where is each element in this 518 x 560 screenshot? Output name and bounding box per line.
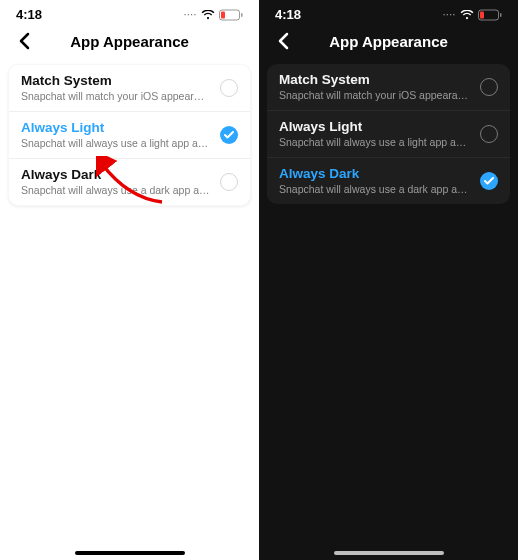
radio-checked-icon[interactable] — [480, 172, 498, 190]
option-title: Always Light — [279, 119, 470, 136]
radio-unchecked-icon[interactable] — [220, 79, 238, 97]
home-indicator[interactable] — [334, 551, 444, 555]
option-title: Match System — [21, 73, 210, 90]
option-match-system[interactable]: Match System Snapchat will match your iO… — [267, 64, 510, 110]
page-title: App Appearance — [0, 33, 259, 50]
appearance-option-group: Match System Snapchat will match your iO… — [267, 64, 510, 204]
status-right-group: ···· — [443, 9, 502, 21]
status-time: 4:18 — [275, 7, 301, 22]
option-always-dark[interactable]: Always Dark Snapchat will always use a d… — [267, 157, 510, 204]
option-title: Always Dark — [279, 166, 470, 183]
cellular-dots-icon: ···· — [184, 10, 197, 19]
nav-bar: App Appearance — [0, 26, 259, 64]
option-title: Always Dark — [21, 167, 210, 184]
chevron-left-icon — [18, 32, 30, 50]
cellular-dots-icon: ···· — [443, 10, 456, 19]
svg-rect-2 — [241, 13, 243, 17]
home-indicator[interactable] — [75, 551, 185, 555]
option-always-light[interactable]: Always Light Snapchat will always use a … — [9, 111, 250, 158]
svg-rect-1 — [221, 11, 225, 18]
page-title: App Appearance — [259, 33, 518, 50]
nav-bar: App Appearance — [259, 26, 518, 64]
screenshot-light: 4:18 ···· App Appearance Match System Sn… — [0, 0, 259, 560]
svg-rect-4 — [480, 11, 484, 18]
status-time: 4:18 — [16, 7, 42, 22]
option-always-dark[interactable]: Always Dark Snapchat will always use a d… — [9, 158, 250, 205]
option-desc: Snapchat will always use a light app app… — [279, 136, 470, 149]
option-desc: Snapchat will always use a dark app appe… — [279, 183, 470, 196]
chevron-left-icon — [277, 32, 289, 50]
option-title: Always Light — [21, 120, 210, 137]
wifi-icon — [460, 10, 474, 20]
battery-low-icon — [478, 9, 502, 21]
radio-unchecked-icon[interactable] — [480, 78, 498, 96]
back-button[interactable] — [269, 32, 297, 50]
option-desc: Snapchat will match your iOS appearance … — [279, 89, 470, 102]
radio-checked-icon[interactable] — [220, 126, 238, 144]
option-desc: Snapchat will always use a dark app appe… — [21, 184, 210, 197]
radio-unchecked-icon[interactable] — [480, 125, 498, 143]
wifi-icon — [201, 10, 215, 20]
option-title: Match System — [279, 72, 470, 89]
radio-unchecked-icon[interactable] — [220, 173, 238, 191]
option-match-system[interactable]: Match System Snapchat will match your iO… — [9, 65, 250, 111]
option-desc: Snapchat will match your iOS appearance … — [21, 90, 210, 103]
status-bar: 4:18 ···· — [0, 0, 259, 26]
appearance-option-group: Match System Snapchat will match your iO… — [8, 64, 251, 206]
status-bar: 4:18 ···· — [259, 0, 518, 26]
back-button[interactable] — [10, 32, 38, 50]
option-desc: Snapchat will always use a light app app… — [21, 137, 210, 150]
status-right-group: ···· — [184, 9, 243, 21]
screenshot-dark: 4:18 ···· App Appearance Match System Sn… — [259, 0, 518, 560]
battery-low-icon — [219, 9, 243, 21]
svg-rect-5 — [500, 13, 502, 17]
option-always-light[interactable]: Always Light Snapchat will always use a … — [267, 110, 510, 157]
